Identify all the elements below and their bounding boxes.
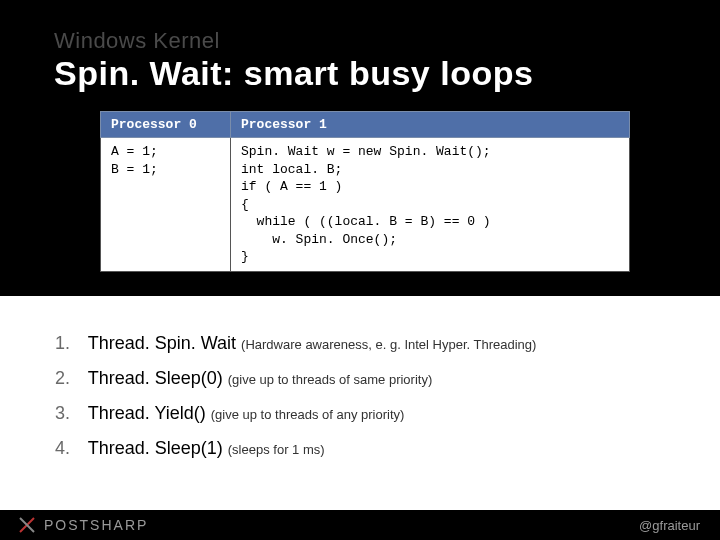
table-row: A = 1; B = 1; Spin. Wait w = new Spin. W… — [101, 138, 630, 272]
table-header-row: Processor 0 Processor 1 — [101, 112, 630, 138]
logo-text: POSTSHARP — [44, 517, 148, 533]
list-item: Thread. Sleep(1) (sleeps for 1 ms) — [55, 431, 720, 466]
list-item: Thread. Sleep(0) (give up to threads of … — [55, 361, 720, 396]
method-note: (give up to threads of same priority) — [228, 372, 432, 387]
method-list: Thread. Spin. Wait (Hardware awareness, … — [0, 296, 720, 516]
th-processor-0: Processor 0 — [101, 112, 231, 138]
method-note: (give up to threads of any priority) — [211, 407, 405, 422]
slide-title: Spin. Wait: smart busy loops — [0, 54, 720, 111]
method-name: Thread. Yield() — [88, 403, 211, 423]
code-table: Processor 0 Processor 1 A = 1; B = 1; Sp… — [100, 111, 630, 272]
method-note: (Hardware awareness, e. g. Intel Hyper. … — [241, 337, 536, 352]
footer: POSTSHARP @gfraiteur — [0, 510, 720, 540]
slide: Windows Kernel Spin. Wait: smart busy lo… — [0, 0, 720, 540]
kicker: Windows Kernel — [0, 0, 720, 54]
cell-processor-1-code: Spin. Wait w = new Spin. Wait(); int loc… — [231, 138, 630, 272]
twitter-handle: @gfraiteur — [639, 518, 700, 533]
cell-processor-0-code: A = 1; B = 1; — [101, 138, 231, 272]
method-name: Thread. Sleep(1) — [88, 438, 228, 458]
list-item: Thread. Spin. Wait (Hardware awareness, … — [55, 326, 720, 361]
th-processor-1: Processor 1 — [231, 112, 630, 138]
method-note: (sleeps for 1 ms) — [228, 442, 325, 457]
method-name: Thread. Spin. Wait — [88, 333, 241, 353]
logo-icon — [18, 516, 36, 534]
logo: POSTSHARP — [18, 516, 148, 534]
list-item: Thread. Yield() (give up to threads of a… — [55, 396, 720, 431]
method-name: Thread. Sleep(0) — [88, 368, 228, 388]
